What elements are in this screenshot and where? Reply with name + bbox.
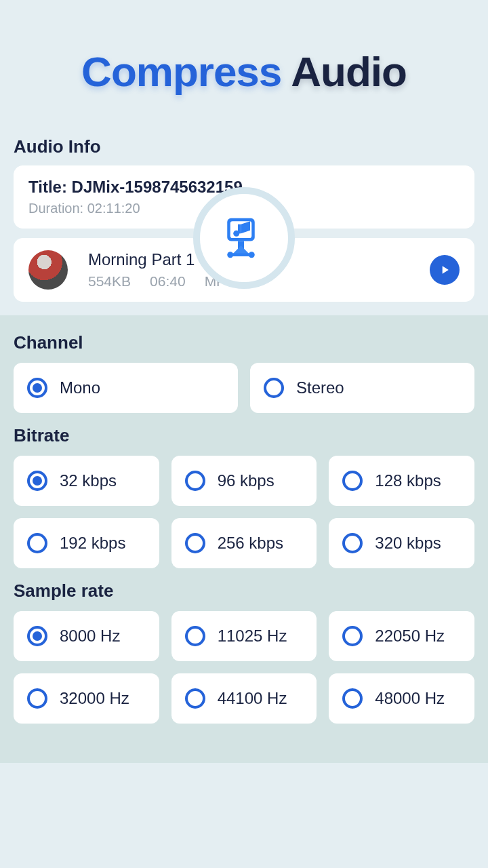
radio-icon [264,378,284,398]
sample-rate-label: Sample rate [14,580,474,611]
sample-rate-option-label: 22050 Hz [375,627,445,646]
sample-rate-option-label: 8000 Hz [60,627,120,646]
sample-rate-option-label: 11025 Hz [218,627,287,646]
bitrate-option-96-kbps[interactable]: 96 kbps [171,456,317,506]
title-part-1: Compress [81,48,281,95]
sample-rate-option-label: 48000 Hz [375,689,445,708]
track-thumbnail [28,250,68,290]
radio-icon [185,471,205,491]
radio-icon [27,533,47,553]
radio-icon [185,626,205,646]
sample-rate-option-label: 44100 Hz [218,689,287,708]
radio-icon [27,688,47,709]
radio-icon [342,471,363,491]
audio-info-label: Audio Info [0,136,488,165]
compress-icon [220,214,268,262]
channel-group: Channel MonoStereo [0,332,488,425]
track-size: 554KB [88,273,131,290]
bitrate-option-label: 128 kbps [375,471,441,490]
bitrate-option-label: 320 kbps [375,534,441,553]
channel-option-label: Mono [60,378,100,397]
radio-icon [185,688,205,709]
page-title: Compress Audio [0,0,488,136]
compress-badge [193,187,295,289]
bitrate-option-label: 192 kbps [60,534,125,553]
sample-rate-option-label: 32000 Hz [60,689,129,708]
bitrate-option-256-kbps[interactable]: 256 kbps [171,518,317,568]
sample-rate-option-32000-hz[interactable]: 32000 Hz [14,673,159,724]
svg-rect-7 [230,253,252,256]
bitrate-label: Bitrate [14,425,474,456]
svg-rect-3 [238,224,241,233]
title-part-2: Audio [291,48,407,95]
play-icon [438,263,451,277]
file-duration-value: 02:11:20 [87,201,140,216]
radio-icon [342,533,363,553]
sample-rate-option-44100-hz[interactable]: 44100 Hz [171,673,317,724]
bitrate-option-32-kbps[interactable]: 32 kbps [14,456,159,506]
file-title-label: Title: [28,178,72,196]
bitrate-option-label: 32 kbps [60,471,117,490]
channel-label: Channel [14,332,474,363]
bitrate-option-128-kbps[interactable]: 128 kbps [329,456,474,506]
file-title-value: DJMix-1598745632159 [72,178,243,196]
bitrate-group: Bitrate 32 kbps96 kbps128 kbps192 kbps25… [0,425,488,580]
channel-option-label: Stereo [296,378,344,397]
radio-icon [342,626,363,646]
bitrate-option-label: 256 kbps [218,534,283,553]
bitrate-option-label: 96 kbps [218,471,274,490]
file-duration-label: Duration: [28,201,87,216]
sample-rate-option-22050-hz[interactable]: 22050 Hz [329,611,474,661]
channel-option-stereo[interactable]: Stereo [250,363,474,413]
audio-info-cards: Title: DJMix-1598745632159 Duration: 02:… [0,165,488,302]
sample-rate-option-11025-hz[interactable]: 11025 Hz [171,611,317,661]
channel-option-mono[interactable]: Mono [14,363,238,413]
bitrate-option-320-kbps[interactable]: 320 kbps [329,518,474,568]
sample-rate-option-8000-hz[interactable]: 8000 Hz [14,611,159,661]
play-button[interactable] [430,255,460,285]
sample-rate-group: Sample rate 8000 Hz11025 Hz22050 Hz32000… [0,580,488,736]
radio-icon [27,626,47,646]
radio-icon [185,533,205,553]
track-length: 06:40 [150,273,186,290]
radio-icon [342,688,363,709]
radio-icon [27,471,47,491]
sample-rate-option-48000-hz[interactable]: 48000 Hz [329,673,474,724]
radio-icon [27,378,47,398]
bitrate-option-192-kbps[interactable]: 192 kbps [14,518,159,568]
